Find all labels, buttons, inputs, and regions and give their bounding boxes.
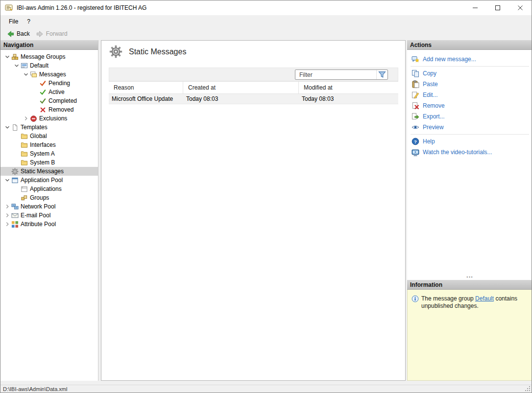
chevron-down-icon[interactable] [3,176,11,184]
tree-item-system-b[interactable]: System B [0,158,98,167]
status-file-path: D:\IBI-aws\Admin\Data.xml [3,386,67,392]
app-window: IBI-aws Admin 1.26.0 - registered for IB… [0,0,532,393]
filter-box [295,69,388,80]
table-row[interactable]: Microsoft Office UpdateToday 08:03Today … [109,94,398,104]
column-header-reason[interactable]: Reason [109,82,183,93]
tree-item-attribute-pool[interactable]: Attribute Pool [0,220,98,229]
actions-splitter-grip[interactable]: ... [407,274,532,280]
actions-list: Add new message... Copy Paste Edit... Re… [407,50,532,158]
remove-icon [411,102,419,110]
tree-item-templates[interactable]: Templates [0,123,98,132]
groups-icon [21,194,28,202]
back-button[interactable]: Back [3,28,33,39]
applications-icon [21,185,28,193]
chevron-spacer [31,88,39,96]
chevron-spacer [13,185,21,193]
maximize-button[interactable] [486,0,509,15]
tree-item-network-pool[interactable]: Network Pool [0,202,98,211]
action-edit[interactable]: Edit... [407,90,532,100]
tree-item-label: Static Messages [21,168,66,175]
default-group-link[interactable]: Default [475,295,494,302]
action-remove[interactable]: Remove [407,100,532,111]
tree-item-pending[interactable]: Pending [0,79,98,88]
chevron-down-icon[interactable] [13,62,21,69]
chevron-right-icon[interactable] [3,203,11,210]
nav-tree: Message Groups Default Messages Pending … [0,50,98,229]
right-panel: Actions Add new message... Copy Paste Ed… [407,40,532,381]
tree-item-global[interactable]: Global [0,132,98,140]
tree-item-label: Pending [48,80,72,87]
tree-item-label: Messages [39,71,68,78]
tree-item-message-groups[interactable]: Message Groups [0,52,98,61]
filter-icon[interactable] [376,70,387,79]
preview-icon [411,123,419,131]
tree-item-label: Completed [48,97,79,104]
action-label: Copy [423,70,436,77]
action-export[interactable]: Export... [407,111,532,122]
tree-item-application-pool[interactable]: Application Pool [0,176,98,185]
toolbar: Back Forward [0,27,532,40]
menu-file[interactable]: File [4,15,23,27]
menu-help[interactable]: ? [23,15,35,27]
messages-icon [30,71,37,78]
action-label: Watch the video-tutorials... [423,149,492,156]
tree-item-label: System B [30,159,57,166]
tree-item-messages[interactable]: Messages [0,70,98,79]
action-label: Paste [423,81,438,88]
folder-icon [21,150,28,158]
tree-item-interfaces[interactable]: Interfaces [0,140,98,149]
chevron-right-icon[interactable] [3,220,11,228]
action-preview[interactable]: Preview [407,122,532,133]
tree-item-label: Removed [48,106,75,113]
forward-icon [36,30,44,38]
action-help[interactable]: ? Help [407,136,532,147]
chevron-spacer [13,150,21,158]
column-header-created-at[interactable]: Created at [183,82,299,93]
chevron-down-icon[interactable] [22,70,30,78]
close-button[interactable] [509,0,532,15]
actions-panel: Actions Add new message... Copy Paste Ed… [407,40,532,280]
chevron-right-icon[interactable] [3,211,11,219]
tree-item-active[interactable]: Active [0,88,98,96]
tree-item-label: System A [30,150,57,157]
completed-icon [39,97,47,105]
chevron-spacer [31,79,39,87]
tree-item-groups[interactable]: Groups [0,193,98,202]
chevron-right-icon[interactable] [22,115,30,122]
chevron-down-icon[interactable] [3,53,11,61]
column-header-modified-at[interactable]: Modified at [299,82,398,93]
actions-divider [411,66,529,67]
chevron-down-icon[interactable] [3,123,11,131]
static-messages-icon [11,168,19,175]
navigation-panel: Navigation Message Groups Default Messag… [0,40,98,381]
tree-item-exclusions[interactable]: Exclusions [0,114,98,123]
tree-item-default[interactable]: Default [0,61,98,70]
filter-input[interactable] [295,70,376,79]
chevron-spacer [13,194,21,202]
tree-item-label: Default [30,62,50,69]
tree-item-applications[interactable]: Applications [0,185,98,193]
minimize-button[interactable] [464,0,486,15]
main-panel: Static Messages ReasonCreated atModified… [101,40,406,381]
chevron-spacer [13,141,21,149]
tree-item-removed[interactable]: Removed [0,105,98,114]
actions-divider [411,134,529,135]
tree-item-label: Active [48,89,67,95]
window-controls [464,0,532,15]
action-copy[interactable]: Copy [407,68,532,79]
tree-item-e-mail-pool[interactable]: E-mail Pool [0,211,98,220]
resize-grip[interactable] [525,386,531,392]
action-label: Preview [423,124,444,131]
folder-icon [21,141,28,149]
action-add-new-message[interactable]: Add new message... [407,54,532,65]
action-watch-the-video-tutorials[interactable]: Watch the video-tutorials... [407,147,532,158]
tree-item-system-a[interactable]: System A [0,149,98,158]
window-title: IBI-aws Admin 1.26.0 - registered for IB… [17,4,146,11]
forward-button[interactable]: Forward [33,28,71,39]
edit-icon [411,91,419,99]
action-paste[interactable]: Paste [407,79,532,90]
table-cell: Microsoft Office Update [109,94,183,104]
tree-item-completed[interactable]: Completed [0,96,98,105]
table-body: Microsoft Office UpdateToday 08:03Today … [109,94,398,374]
tree-item-static-messages[interactable]: Static Messages [0,167,98,176]
